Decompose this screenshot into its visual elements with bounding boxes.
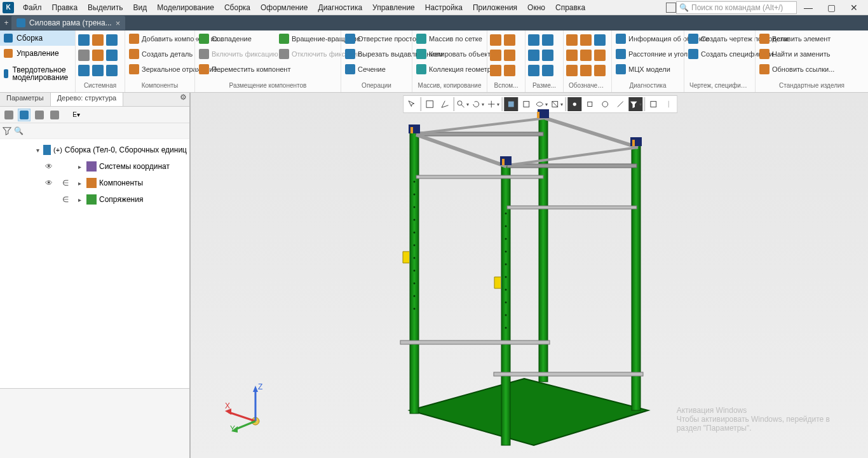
- panel-settings-icon[interactable]: ⚙: [177, 93, 189, 106]
- tree-view4-button[interactable]: [48, 109, 61, 121]
- paste-icon[interactable]: [106, 65, 118, 76]
- ann1-icon[interactable]: [566, 34, 578, 46]
- move-component-button[interactable]: Переместить компонент: [198, 62, 276, 76]
- new-icon[interactable]: [78, 34, 90, 46]
- document-tab[interactable]: Силовая рама (трена... ×: [11, 16, 125, 30]
- expand-icon[interactable]: ▸: [75, 196, 84, 203]
- find-replace-button[interactable]: Найти и заменить: [758, 47, 836, 61]
- tree-view5-button[interactable]: E▾: [70, 109, 83, 121]
- aux3-icon[interactable]: [490, 50, 501, 61]
- menu-select[interactable]: Выделить: [83, 1, 128, 14]
- window-close[interactable]: ✕: [843, 3, 865, 13]
- tab-close-icon[interactable]: ×: [116, 18, 121, 28]
- menu-edit[interactable]: Правка: [47, 1, 83, 14]
- ann5-icon[interactable]: [580, 50, 592, 61]
- menu-apps[interactable]: Приложения: [468, 1, 522, 14]
- tree-item-mates[interactable]: ∈ ▸ Сопряжения: [0, 191, 189, 208]
- coincident-button[interactable]: Совпадение: [198, 32, 276, 46]
- info-button[interactable]: Информация об объекте: [614, 32, 693, 46]
- menu-assembly[interactable]: Сборка: [219, 1, 255, 14]
- command-search[interactable]: 🔍 Поиск по командам (Alt+/): [676, 1, 797, 14]
- funnel-icon[interactable]: [3, 126, 11, 135]
- menu-settings[interactable]: Настройка: [420, 1, 468, 14]
- section-button[interactable]: Сечение: [344, 62, 423, 76]
- update-links-button[interactable]: Обновить ссылки...: [758, 62, 836, 76]
- aux2-icon[interactable]: [504, 34, 515, 46]
- panel-tab-tree[interactable]: Дерево: структура: [51, 93, 124, 106]
- insert-element-button[interactable]: Вставить элемент: [758, 32, 836, 46]
- tree-item-components[interactable]: 👁 ∈ ▸ Компоненты: [0, 175, 189, 191]
- ann3-icon[interactable]: [594, 34, 606, 46]
- menu-format[interactable]: Оформление: [255, 1, 313, 14]
- ribbon-mode-manage[interactable]: Управление: [0, 46, 75, 61]
- ribbon-mode-solid[interactable]: Твердотельное моделирование: [0, 61, 75, 86]
- create-part-icon: [129, 49, 139, 59]
- panel-tab-params[interactable]: Параметры: [0, 93, 51, 106]
- new-tab-button[interactable]: +: [1, 18, 11, 28]
- print-icon[interactable]: [78, 50, 90, 61]
- dim2-icon[interactable]: [542, 34, 553, 46]
- visibility-icon[interactable]: 👁: [42, 162, 56, 171]
- watermark-sub1: Чтобы активировать Windows, перейдите в: [677, 415, 830, 424]
- dim1-icon[interactable]: [528, 34, 539, 46]
- ann9-icon[interactable]: [594, 65, 606, 76]
- menu-view[interactable]: Вид: [128, 1, 152, 14]
- aux5-icon[interactable]: [490, 65, 501, 76]
- tree-view2-button[interactable]: [18, 109, 31, 121]
- ann4-icon[interactable]: [566, 50, 578, 61]
- dim6-icon[interactable]: [542, 65, 553, 76]
- info-icon: [616, 34, 626, 44]
- ann8-icon[interactable]: [580, 65, 592, 76]
- ribbon-mode-assembly[interactable]: Сборка: [0, 30, 75, 46]
- saveall-icon[interactable]: [106, 50, 118, 61]
- tree-view1-button[interactable]: [3, 109, 15, 121]
- distance-button[interactable]: Расстояние и угол: [614, 47, 693, 61]
- copy-objects-icon: [416, 49, 426, 59]
- expand-icon[interactable]: ▸: [75, 180, 84, 187]
- menu-file[interactable]: Файл: [18, 1, 47, 14]
- window-maximize[interactable]: ▢: [820, 3, 843, 13]
- menu-modeling[interactable]: Моделирование: [152, 1, 219, 14]
- dim3-icon[interactable]: [528, 50, 539, 61]
- geometry-collection-button[interactable]: Коллекция геометрии: [415, 62, 494, 76]
- copy-icon[interactable]: [78, 65, 90, 76]
- tree-item-coords[interactable]: 👁 ▸ Системы координат: [0, 158, 189, 175]
- create-drawing-button[interactable]: Создать чертеж по модели: [687, 32, 766, 46]
- array-button[interactable]: Массив по сетке: [415, 32, 494, 46]
- tree-filter-input[interactable]: [26, 125, 187, 137]
- create-spec-button[interactable]: Создать спецификаци...: [687, 47, 766, 61]
- tree-view3-button[interactable]: [33, 109, 46, 121]
- window-minimize[interactable]: —: [797, 3, 820, 13]
- ann7-icon[interactable]: [566, 65, 578, 76]
- ann6-icon[interactable]: [594, 50, 606, 61]
- menu-window[interactable]: Окно: [522, 1, 550, 14]
- menu-manage[interactable]: Управление: [367, 1, 420, 14]
- tree-root[interactable]: ▾ (+) Сборка (Тел-0, Сборочных единиц: [0, 142, 189, 158]
- undo-icon[interactable]: [92, 50, 104, 61]
- menu-diagnostics[interactable]: Диагностика: [313, 1, 368, 14]
- visibility-icon[interactable]: 👁: [42, 178, 56, 187]
- expand-icon[interactable]: ▸: [75, 163, 84, 170]
- open-icon[interactable]: [92, 34, 104, 46]
- copy-objects-button[interactable]: Копировать объекты: [415, 47, 494, 61]
- dim4-icon[interactable]: [542, 50, 553, 61]
- 3d-viewport[interactable]: Z X Y Активация Windows Чтобы активирова…: [191, 93, 868, 458]
- aux4-icon[interactable]: [504, 50, 515, 61]
- ann2-icon[interactable]: [580, 34, 592, 46]
- include-icon[interactable]: ∈: [58, 195, 72, 204]
- include-icon[interactable]: ∈: [58, 178, 72, 187]
- layouts-icon[interactable]: [666, 3, 676, 13]
- cut-icon[interactable]: [92, 65, 104, 76]
- hole-button[interactable]: Отверстие простое: [344, 32, 423, 46]
- collapse-icon[interactable]: ▾: [34, 147, 41, 154]
- cut-extrude-button[interactable]: Вырезать выдавливанием: [344, 47, 423, 61]
- aux6-icon[interactable]: [504, 65, 515, 76]
- svg-line-53: [235, 421, 255, 429]
- save-icon[interactable]: [106, 34, 118, 46]
- mass-props-button[interactable]: МЦХ модели: [614, 62, 693, 76]
- menu-help[interactable]: Справка: [550, 1, 590, 14]
- axis-gizmo[interactable]: Z X Y: [216, 382, 267, 433]
- enable-fix-button[interactable]: Включить фиксацию: [198, 47, 276, 61]
- feature-tree[interactable]: ▾ (+) Сборка (Тел-0, Сборочных единиц 👁 …: [0, 138, 189, 388]
- aux1-icon[interactable]: [490, 34, 501, 46]
